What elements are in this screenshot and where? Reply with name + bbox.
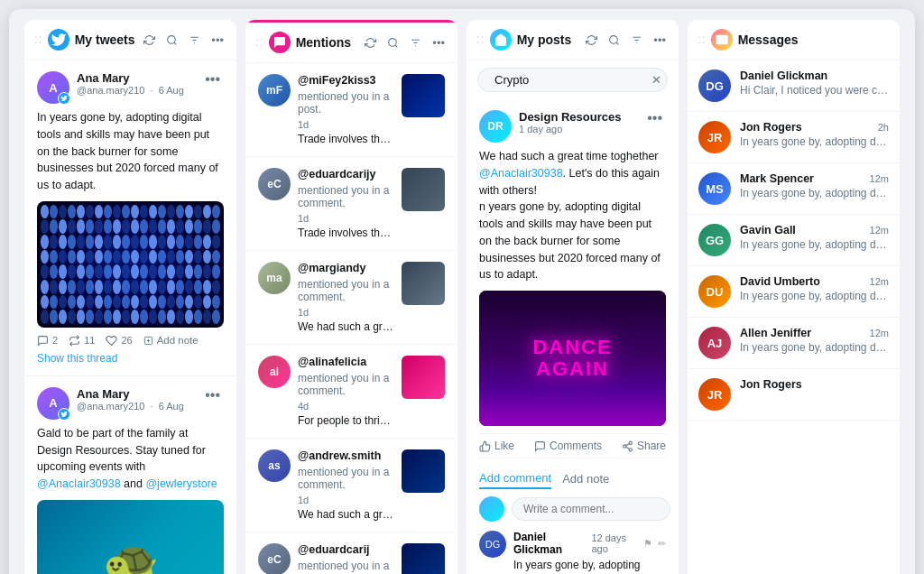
my-posts-header: My posts ••• [467,20,679,60]
msg-text-3: In years gone by, adopting digita have b… [740,187,889,199]
tweet-header-1: A Ana Mary @ana.mary210 · 6 Aug •• [37,71,224,104]
message-item-5[interactable]: DU David Umberto 12m In years gone by, a… [688,266,900,318]
mentions-title: Mentions [296,35,358,50]
mentions-header: Mentions ••• [245,20,457,63]
messages-header: Messages [688,20,900,60]
more-button[interactable]: ••• [209,32,226,49]
posts-refresh-button[interactable] [584,32,599,48]
comment-input-row [479,496,666,522]
mention-thumb-3 [402,262,445,305]
msg-content-4: Gavin Gall 12m In years gone by, adoptin… [740,224,889,251]
mention-text-2: Trade involves the transfer of goods and… [298,227,394,239]
msg-header-1: Daniel Glickman [740,69,889,82]
mention-action-5: mentioned you in a comment. [298,466,394,491]
like-action-1[interactable]: 26 [106,335,132,347]
mentions-more-button[interactable]: ••• [430,34,447,51]
mentions-column: Mentions ••• mF @miFey2kiss3 [245,20,457,574]
msg-name-4: Gavin Gall [740,224,796,236]
mentions-refresh-button[interactable] [363,35,378,51]
msg-header-7: Jon Rogers [740,378,889,391]
message-item-2[interactable]: JR Jon Rogers 2h In years gone by, adopt… [688,112,900,163]
svg-line-8 [395,45,397,47]
tweet-led-image [37,201,224,328]
comment-flag-button[interactable]: ⚑ [643,538,652,550]
mentions-drag-handle[interactable] [256,38,263,47]
add-note-tab[interactable]: Add note [562,471,609,489]
tweet-more-1[interactable]: ••• [201,71,224,88]
message-item-1[interactable]: DG Daniel Glickman Hi Clair, I noticed y… [688,60,900,112]
mention-author-3: @margiandy [298,262,365,274]
tweet-user-info-1: Ana Mary @ana.mary210 · 6 Aug [77,71,194,96]
search-clear-button[interactable]: ✕ [651,73,661,87]
msg-content-1: Daniel Glickman Hi Clair, I noticed you … [740,69,889,97]
msg-name-1: Daniel Glickman [740,69,827,82]
turtle-image: 🐢 [37,500,224,574]
mention-action-3: mentioned you in a comment. [298,278,394,303]
comment-section: Add comment Add note DG Daniel Glickman … [479,466,666,574]
mentions-content: mF @miFey2kiss3 mentioned you in a post.… [245,63,457,574]
dance-stage: DANCEAGAIN [479,291,666,426]
message-item-6[interactable]: AJ Allen Jeniffer 12m In years gone by, … [688,318,900,369]
mentions-search-button[interactable] [385,35,401,51]
post-text-1: We had such a great time toghether @Anac… [479,148,666,283]
posts-more-button[interactable]: ••• [651,32,668,49]
msg-text-4: In years gone by, adopting digita have b… [740,238,889,251]
stage-floor [479,390,666,426]
posts-search-input[interactable] [494,73,646,87]
post-card-1: DR Design Resources 1 day ago ••• We had… [467,99,679,574]
post-header-1: DR Design Resources 1 day ago ••• [479,110,666,143]
mention-author-4: @alinafelicia [298,356,366,368]
mention-thumb-2 [402,168,445,211]
msg-content-2: Jon Rogers 2h In years gone by, adopting… [740,121,889,148]
tweet-more-2[interactable]: ••• [201,387,224,403]
msg-text-5: In years gone by, adopting digita have b… [740,290,889,302]
msg-header-6: Allen Jeniffer 12m [740,327,889,339]
show-thread-link[interactable]: Show this thread [37,352,224,365]
posts-drag-handle[interactable] [477,35,485,44]
mention-author-6: @eduardcarij [298,543,370,556]
comment-input[interactable] [512,497,670,521]
drag-handle[interactable] [35,35,42,44]
comment-tabs: Add comment Add note [479,471,666,489]
comments-button[interactable]: Comments [534,440,602,452]
post-more-button[interactable]: ••• [643,110,666,126]
comment-edit-button[interactable]: ✏ [658,538,666,550]
posts-search-button[interactable] [606,32,622,48]
mention-text-3: We had such a great time toghether @Anac… [298,320,394,333]
msg-time-2: 2h [878,122,889,133]
svg-point-20 [624,444,626,447]
add-comment-tab[interactable]: Add comment [479,471,551,489]
comment-action-1[interactable]: 2 [37,335,58,347]
msg-header-3: Mark Spencer 12m [740,172,889,185]
mention-time-3: 1d [298,307,309,318]
post-info-1: Design Resources 1 day ago [519,110,636,134]
msg-content-6: Allen Jeniffer 12m In years gone by, ado… [740,327,889,354]
mention-content-5: @andrew.smith mentioned you in a comment… [298,449,394,521]
comment-author-row: Daniel Glickman 12 days ago ⚑ ✏ [513,531,666,556]
refresh-button[interactable] [142,32,157,48]
search-button[interactable] [164,32,180,48]
filter-button[interactable] [187,32,202,48]
message-item-7[interactable]: JR Jon Rogers [688,369,900,421]
my-tweets-avatar [48,29,69,51]
like-button[interactable]: Like [479,440,514,452]
add-note-action-1[interactable]: Add note [143,335,199,346]
posts-filter-button[interactable] [629,32,644,48]
my-posts-title: My posts [517,32,579,47]
message-item-3[interactable]: MS Mark Spencer 12m In years gone by, ad… [688,163,900,215]
tweet-card-2: A Ana Mary @ana.mary210 · 6 Aug •• [24,376,236,574]
mention-action-2: mentioned you in a comment. [298,184,394,209]
messages-drag-handle[interactable] [698,35,706,44]
msg-text-1: Hi Clair, I noticed you were che health … [740,84,889,97]
msg-content-7: Jon Rogers [740,378,889,393]
tweet-card-1: A Ana Mary @ana.mary210 · 6 Aug •• [24,60,236,376]
message-item-4[interactable]: GG Gavin Gall 12m In years gone by, adop… [688,215,900,266]
mention-author-5: @andrew.smith [298,449,381,462]
retweet-action-1[interactable]: 11 [69,335,95,347]
comment-icons: ⚑ ✏ [643,538,666,550]
comment-author-name: Daniel Glickman [513,531,586,556]
share-button[interactable]: Share [622,440,666,452]
mentions-filter-button[interactable] [408,35,423,51]
post-actions-bar: Like Comments Share [479,433,666,458]
mention-content-4: @alinafelicia mentioned you in a comment… [298,356,394,427]
